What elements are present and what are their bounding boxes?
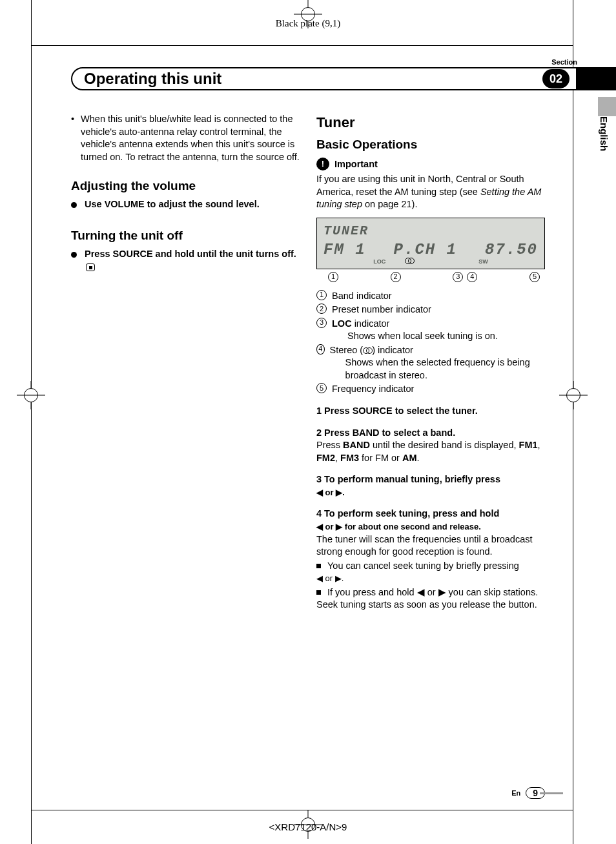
lcd-line1: TUNER <box>323 222 538 240</box>
text: 4 To perform seek tuning, press and hold <box>316 508 499 519</box>
lcd-sw: SW <box>478 258 488 265</box>
step-body: The tuner will scan the frequencies unti… <box>316 533 545 559</box>
language-tab <box>598 97 616 116</box>
text: Stereo ( <box>330 345 364 355</box>
text: Preset number indicator <box>332 304 431 316</box>
text: , <box>538 440 540 450</box>
text-bold: FM2 <box>316 453 335 463</box>
plate-label: Black plate (9,1) <box>0 18 616 29</box>
lcd-preset: P.CH 1 <box>394 240 457 260</box>
num-icon: 5 <box>316 383 327 393</box>
stereo-icon <box>363 347 372 354</box>
step-heading: 3 To perform manual tuning, briefly pres… <box>316 473 545 499</box>
text: for FM or <box>359 453 402 463</box>
lcd-band: FM 1 <box>323 240 366 260</box>
content-columns: • When this unit's blue/white lead is co… <box>71 113 545 612</box>
text-bold: FM1 <box>519 440 538 450</box>
square-bullet-icon <box>316 590 321 595</box>
text-bold: BAND <box>343 440 370 450</box>
step-heading: 2 Press BAND to select a band. <box>316 427 545 440</box>
text-arrows: ◀ or ▶. <box>316 488 345 497</box>
important-label: Important <box>334 158 378 171</box>
text-bold: LOC <box>332 318 352 329</box>
step-text: Use VOLUME to adjust the sound level. <box>85 198 260 211</box>
step-4: 4 To perform seek tuning, press and hold… <box>316 508 545 612</box>
text-bold: AM <box>402 453 417 463</box>
heading-basic-ops: Basic Operations <box>316 136 545 153</box>
doc-code: <XRD7120-A/N>9 <box>0 821 616 832</box>
text: ) indicator <box>372 345 413 355</box>
stereo-icon <box>405 258 414 264</box>
text: on page 21). <box>362 199 417 209</box>
lcd-display: TUNER FM 1 P.CH 1 87.50 LOC SW <box>316 218 545 269</box>
language-label: English <box>599 116 610 151</box>
step-off-text: Press SOURCE and hold until the unit tur… <box>85 249 296 259</box>
step-1: 1 Press SOURCE to select the tuner. <box>316 405 545 418</box>
step-text: Press SOURCE and hold until the unit tur… <box>85 248 300 273</box>
lcd-line2: FM 1 P.CH 1 87.50 <box>323 240 538 260</box>
step-note: You can cancel seek tuning by briefly pr… <box>316 560 545 585</box>
text: until the desired band is displayed, <box>370 440 519 450</box>
callout-3: 3 <box>453 272 463 282</box>
text-arrows: ◀ or ▶ for about one second and release. <box>316 522 481 531</box>
section-label: Section <box>551 58 577 66</box>
list-item: 1Band indicator <box>316 290 545 303</box>
right-column: Tuner Basic Operations Important If you … <box>316 113 545 612</box>
step-heading: 1 Press SOURCE to select the tuner. <box>316 405 545 418</box>
text: . <box>417 453 420 463</box>
text: Band indicator <box>332 290 392 303</box>
list-item: 2Preset number indicator <box>316 304 545 316</box>
text: You can cancel seek tuning by briefly pr… <box>327 561 519 571</box>
callout-4: 4 <box>467 272 477 282</box>
bullet-icon <box>71 202 77 208</box>
text: indicator <box>352 318 390 329</box>
callout-2: 2 <box>391 272 401 282</box>
text-arrows: ◀ or ▶. <box>316 573 344 583</box>
text: Frequency indicator <box>332 383 414 396</box>
step-adjust: Use VOLUME to adjust the sound level. <box>71 198 300 211</box>
important-icon <box>316 158 329 170</box>
callout-row: 1 2 3 4 5 <box>316 272 545 282</box>
important-row: Important <box>316 158 545 170</box>
footer-lang: En <box>511 789 520 797</box>
important-body: If you are using this unit in North, Cen… <box>316 173 545 211</box>
footer-page-number: En 9 <box>511 787 545 799</box>
page-title: Operating this unit <box>84 70 221 88</box>
step-2: 2 Press BAND to select a band. Press BAN… <box>316 427 545 465</box>
text-sub: Shows when the selected frequency is bei… <box>345 356 545 382</box>
num-icon: 4 <box>316 344 325 355</box>
heading-turn-off: Turning the unit off <box>71 227 300 244</box>
bullet-icon <box>71 252 77 258</box>
crop-line <box>31 0 32 844</box>
heading-tuner: Tuner <box>316 113 545 132</box>
text-bold: FM3 <box>340 453 359 463</box>
step-3: 3 To perform manual tuning, briefly pres… <box>316 473 545 499</box>
text: , <box>335 453 340 463</box>
bullet-icon: • <box>71 113 74 163</box>
num-icon: 2 <box>316 304 327 314</box>
left-column: • When this unit's blue/white lead is co… <box>71 113 300 612</box>
note-text: When this unit's blue/white lead is conn… <box>81 113 300 163</box>
header-bar: Operating this unit 02 <box>71 67 577 90</box>
section-number: 02 <box>542 69 570 88</box>
lcd-loc: LOC <box>373 258 385 265</box>
stop-icon <box>86 263 95 271</box>
num-icon: 1 <box>316 290 327 300</box>
list-item: 3LOC indicatorShows when local seek tuni… <box>316 318 545 343</box>
page: Section Operating this unit 02 English •… <box>39 45 577 805</box>
note-bullet: • When this unit's blue/white lead is co… <box>71 113 300 163</box>
text: If you press and hold ◀ or ▶ you can ski… <box>316 587 538 610</box>
list-item: 5Frequency indicator <box>316 383 545 396</box>
step-heading: 4 To perform seek tuning, press and hold… <box>316 508 545 533</box>
indicator-list: 1Band indicator 2Preset number indicator… <box>316 290 545 396</box>
lcd-freq: 87.50 <box>485 240 538 260</box>
text-sub: Shows when local seek tuning is on. <box>347 330 498 343</box>
num-icon: 3 <box>316 318 327 328</box>
page-bar <box>540 792 563 794</box>
text: 3 To perform manual tuning, briefly pres… <box>316 474 500 484</box>
callout-1: 1 <box>328 272 338 282</box>
heading-adjust-volume: Adjusting the volume <box>71 178 300 194</box>
list-item: 4Stereo () indicatorShows when the selec… <box>316 344 545 382</box>
text: Press <box>316 440 343 450</box>
callout-5: 5 <box>529 272 540 282</box>
